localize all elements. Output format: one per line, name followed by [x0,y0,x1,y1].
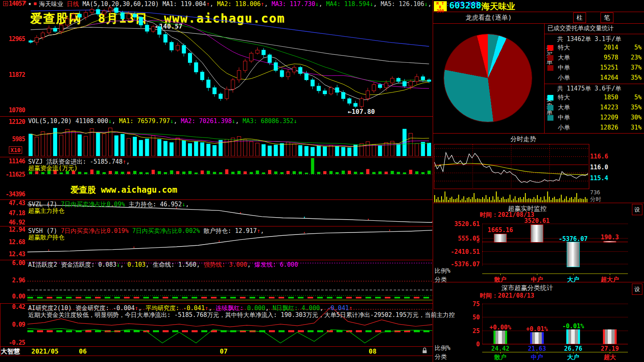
header-text: 超赢散户持仓 [28,234,64,241]
header-text: MA1: 76579.797 [119,117,170,125]
order-pct: 30% [621,114,642,121]
header-text: ↑ [257,227,260,234]
axis-tick: 12120 [0,118,25,125]
header-text: ↑ [205,304,208,312]
order-count: 9578 [582,54,618,61]
axis-tick: 14057 [0,0,25,7]
monitor2-category: 超大 [596,354,624,361]
monitor1-tick: -2410.51 [443,248,480,255]
order-table-row: 小单 12826 31% [546,124,644,133]
market-badge: M T R300 [434,1,447,11]
svsh-subheader: 超赢散户持仓 [28,234,64,241]
intraday-title: 分时走势 [433,135,613,144]
swatch-icon [547,95,553,101]
ruler-tick [573,274,574,275]
header-text: 生命线: 1.560 [153,261,196,268]
header-text: 平均研究度: -0.041 [146,304,205,312]
monitor1-bar [530,224,543,243]
axis-tick: 6.00 [0,259,25,267]
stock-code[interactable]: 603288 [449,0,481,10]
stock-name[interactable]: 海天味业 [481,1,515,12]
axis-tick: 2.96 [0,277,25,284]
order-pct: 23% [621,54,642,61]
ai-activity-header: AI活跃度2 资金活跃度: 0.083↓, 0.103, 生命线: 1.560,… [28,261,298,269]
monitor2-settings-button[interactable]: 设 [632,284,642,295]
app-brand[interactable]: 大智慧 [1,348,20,356]
header-text: , [173,117,181,125]
timeline-label: 2021/05 [31,348,58,355]
bar-mode-button[interactable]: 柱 [573,12,586,23]
price-level-label: 115.4 [590,175,608,182]
header-text: 0.103 [127,261,145,268]
order-table-row: 小单 14264 35% [546,74,644,83]
monitor1-tick: 555.05 [443,235,480,242]
ruler-tick [573,352,574,354]
axis-tick: 0.00 [0,293,25,300]
axis-tick: 10780 [0,107,25,114]
header-text: -0.041 [327,304,349,312]
monitor1-settings-button[interactable]: 设 [632,204,642,215]
intraday-volume[interactable] [434,189,588,202]
candlestick-chart[interactable] [27,0,432,116]
monitor2-bar-value: 21.63 [519,345,555,352]
lock-icon[interactable] [422,348,427,354]
header-text: 7日内买卖净占比0.002% [132,227,204,234]
header-text: , [265,304,272,312]
ruler-tick [610,352,610,354]
order-pct: 37% [621,64,642,71]
header-text: ↓ [108,117,112,125]
order-count: 2014 [582,44,618,51]
swatch-icon [547,65,553,71]
monitor1-class-label: 分类 [435,276,447,284]
header-text: ↑ [123,158,126,165]
header-text: , [320,304,327,312]
price-level-label: 116.0 [590,164,608,171]
header-text: 41108.000 [75,117,108,125]
header-text: , [247,261,254,268]
volume-chart[interactable] [27,124,432,156]
header-text: , [120,261,127,268]
gridline [482,317,628,317]
monitor1-bar-value: 1665.16 [482,226,518,234]
header-text: 资金研究度: -0.004 [75,304,134,312]
monitor2-tick: 25 [452,327,480,335]
order-pct: 5% [621,94,642,101]
order-table-row: 特大 1850 5% [546,94,644,103]
svzl-subheader: 超赢主力持仓 [28,207,64,215]
order-table-row: 中单 15251 37% [546,64,644,73]
monitor1-category: 大户 [559,276,587,284]
divider [544,23,545,134]
divider [433,12,644,12]
order-count: 12209 [582,114,618,121]
axis-tick: 47.18 [0,210,25,217]
order-count: 15251 [582,64,618,71]
order-count: 14223 [582,104,618,111]
monitor2-change: -0.01% [557,323,589,330]
swatch-icon [547,105,553,111]
order-count: 1850 [582,94,618,101]
swatch-icon [547,115,553,121]
order-pct: 31% [621,124,642,131]
monitor1-bar [603,241,616,243]
header-text: 主力持仓: 46.952 [129,201,182,208]
header-text: , [112,117,119,125]
intraday-unit[interactable]: 分时 [590,196,601,203]
header-text: 近期大资金关注度较低，明显弱势，今日大单净流出: -5185.768万元，其中特… [28,311,455,319]
axis-tick: -34396 [0,191,25,198]
pen-mode-button[interactable]: 笔 [601,12,613,23]
svzj-subheader: 超赢资金流(万元) [28,165,78,172]
order-type: 特大 [558,94,570,101]
buy-summary: 共 13462单 3.1手/单 [557,35,621,43]
header-text: N日飘红: 4.000 [272,304,320,312]
ruler-tick [537,274,537,275]
axis-tick: 11146 [0,158,25,165]
order-count: 12826 [582,124,618,131]
axis-tick: 47.43 [0,200,25,207]
monitor1-category: 散户 [486,276,514,284]
monitor2-tick: 75 [452,300,480,308]
zero-line [482,344,628,344]
intraday-chart[interactable] [434,144,588,188]
divider [0,303,433,304]
order-pie-chart [444,34,532,122]
vol-header: VOL(5,10,20) 41108.000↓, MA1: 76579.797↓… [28,117,297,125]
